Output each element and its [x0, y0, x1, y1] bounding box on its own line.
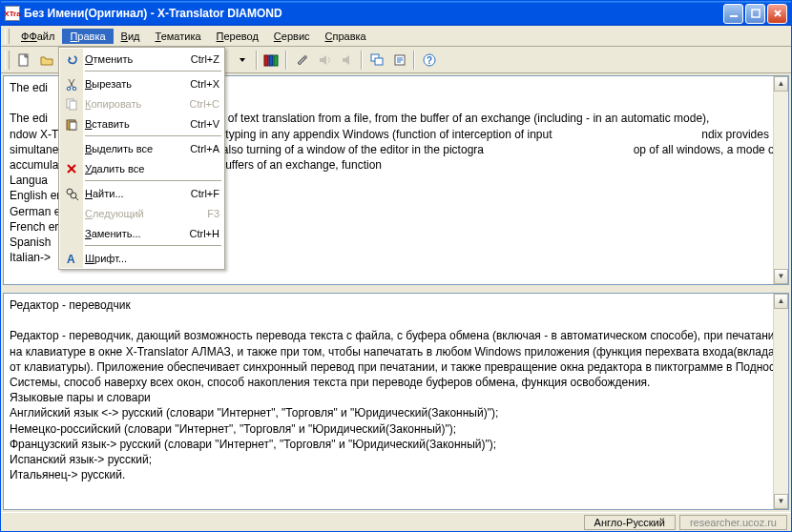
toolbar-grip — [5, 51, 10, 70]
menubar-grip — [5, 29, 10, 44]
menu-separator — [85, 245, 221, 246]
undo-icon — [62, 52, 81, 66]
menu-item-shortcut: F3 — [174, 208, 219, 219]
scroll-down-icon[interactable]: ▼ — [774, 494, 788, 509]
svg-rect-25 — [70, 101, 76, 110]
menu-item-label: Вставить — [81, 118, 174, 130]
speak-button[interactable] — [336, 50, 358, 71]
edit-dropdown-menu: ОтменитьCtrl+ZВырезатьCtrl+XКопироватьCt… — [58, 47, 225, 270]
menu-translate[interactable]: Перевод — [209, 29, 266, 44]
menu-item-удалить-все[interactable]: Удалить все — [60, 158, 223, 178]
text-line: Испанский язык-> русский; — [10, 452, 782, 467]
svg-text:A: A — [67, 253, 75, 265]
text-line: Редактор - переводчик — [10, 297, 782, 313]
splitter[interactable] — [1, 287, 791, 291]
svg-rect-27 — [69, 119, 73, 121]
svg-rect-1 — [752, 10, 760, 17]
settings-button[interactable] — [290, 50, 312, 71]
menu-item-shortcut: Ctrl+C — [174, 98, 219, 110]
svg-rect-13 — [264, 55, 268, 66]
svg-rect-15 — [274, 55, 278, 66]
svg-rect-28 — [70, 122, 76, 130]
svg-text:?: ? — [426, 55, 431, 66]
svg-point-16 — [303, 55, 307, 59]
scroll-up-icon[interactable]: ▲ — [774, 76, 788, 92]
history-button[interactable] — [388, 50, 410, 71]
dropdown-arrow-button[interactable] — [231, 50, 253, 71]
menu-help[interactable]: Справка — [318, 29, 374, 44]
menu-bar: ФФайл Правка Вид Тематика Перевод Сервис… — [1, 26, 791, 47]
window-title: Без Имени(Оригинал) - X-Translator DIAMO… — [24, 7, 723, 20]
menu-item-label: Вырезать — [81, 78, 174, 90]
scrollbar[interactable]: ▲ ▼ — [773, 76, 788, 284]
svg-rect-18 — [375, 58, 383, 65]
menu-item-shortcut: Ctrl+A — [174, 143, 219, 154]
menu-item-label: Копировать — [81, 98, 174, 110]
scroll-up-icon[interactable]: ▲ — [774, 294, 788, 309]
text-line: Немецко-российский (словари "Интернет", … — [10, 421, 782, 437]
menu-item-shortcut: Ctrl+F — [174, 188, 219, 199]
content-area: The edi The edi unity of text translatio… — [1, 73, 791, 512]
text-line: Английский язык <-> русский (словари "Ин… — [10, 405, 782, 420]
menu-file[interactable]: ФФайл — [13, 29, 62, 44]
menu-item-label: Найти... — [81, 188, 174, 199]
help-button[interactable]: ? — [418, 50, 440, 71]
menu-item-вставить[interactable]: ВставитьCtrl+V — [60, 113, 223, 133]
text-body: Редактор - переводчик, дающий возможност… — [10, 328, 782, 390]
app-icon: XTra — [5, 6, 20, 21]
windows-button[interactable] — [365, 50, 387, 71]
close-button[interactable] — [767, 4, 787, 24]
menu-separator — [85, 180, 221, 181]
menu-topic[interactable]: Тематика — [148, 29, 209, 44]
menu-item-следующий: СледующийF3 — [60, 203, 223, 223]
maximize-button[interactable] — [745, 4, 765, 24]
menu-item-shortcut: Ctrl+X — [174, 78, 219, 90]
svg-point-23 — [73, 87, 76, 91]
status-watermark: researcher.ucoz.ru — [679, 515, 787, 530]
minimize-button[interactable] — [723, 4, 743, 24]
new-button[interactable] — [12, 50, 34, 71]
menu-item-label: Удалить все — [81, 163, 174, 174]
app-window: XTra Без Имени(Оригинал) - X-Translator … — [0, 0, 792, 532]
menu-item-копировать: КопироватьCtrl+C — [60, 93, 223, 113]
menu-item-label: Отменить — [81, 53, 174, 65]
svg-rect-14 — [269, 55, 273, 66]
status-bar: Англо-Русский researcher.ucoz.ru — [1, 512, 791, 531]
menu-item-вырезать[interactable]: ВырезатьCtrl+X — [60, 73, 223, 93]
menu-item-шрифт-[interactable]: AШрифт... — [60, 248, 223, 268]
cut-icon — [62, 77, 81, 91]
menu-separator — [85, 135, 221, 136]
menu-service[interactable]: Сервис — [266, 29, 318, 44]
menu-item-заменить-[interactable]: Заменить...Ctrl+H — [60, 223, 223, 243]
svg-point-22 — [67, 87, 71, 91]
menu-edit[interactable]: Правка — [62, 29, 113, 44]
copy-icon — [62, 97, 81, 111]
menu-item-label: Выделить все — [81, 143, 174, 154]
font-icon: A — [62, 252, 81, 265]
translation-pane[interactable]: Редактор - переводчик Редактор - перевод… — [3, 293, 789, 510]
menu-item-shortcut: Ctrl+V — [174, 118, 219, 130]
menu-separator — [85, 71, 221, 72]
menu-item-отменить[interactable]: ОтменитьCtrl+Z — [60, 49, 223, 69]
title-bar: XTra Без Имени(Оригинал) - X-Translator … — [1, 1, 791, 26]
scroll-down-icon[interactable]: ▼ — [774, 269, 788, 284]
menu-item-label: Заменить... — [81, 228, 174, 239]
status-lang-pair[interactable]: Англо-Русский — [584, 515, 676, 530]
svg-rect-0 — [730, 15, 738, 17]
text-line: Языковые пары и словари — [10, 390, 782, 405]
sound-button[interactable] — [313, 50, 335, 71]
menu-item-выделить-все[interactable]: Выделить всеCtrl+A — [60, 138, 223, 158]
find-icon — [62, 187, 81, 200]
menu-item-найти-[interactable]: Найти...Ctrl+F — [60, 183, 223, 203]
menu-item-label: Следующий — [81, 208, 174, 219]
menu-view[interactable]: Вид — [114, 29, 148, 44]
text-line: Итальянец-> русский. — [10, 467, 782, 482]
menu-item-label: Шрифт... — [81, 253, 174, 264]
delete-icon — [62, 162, 81, 175]
menu-item-shortcut: Ctrl+Z — [174, 53, 219, 65]
menu-item-shortcut: Ctrl+H — [174, 228, 219, 239]
text-line: Французский язык-> русский (словари "Инт… — [10, 437, 782, 452]
open-button[interactable] — [35, 50, 57, 71]
scrollbar[interactable]: ▲ ▼ — [773, 294, 788, 509]
dictionaries-button[interactable] — [261, 50, 282, 71]
